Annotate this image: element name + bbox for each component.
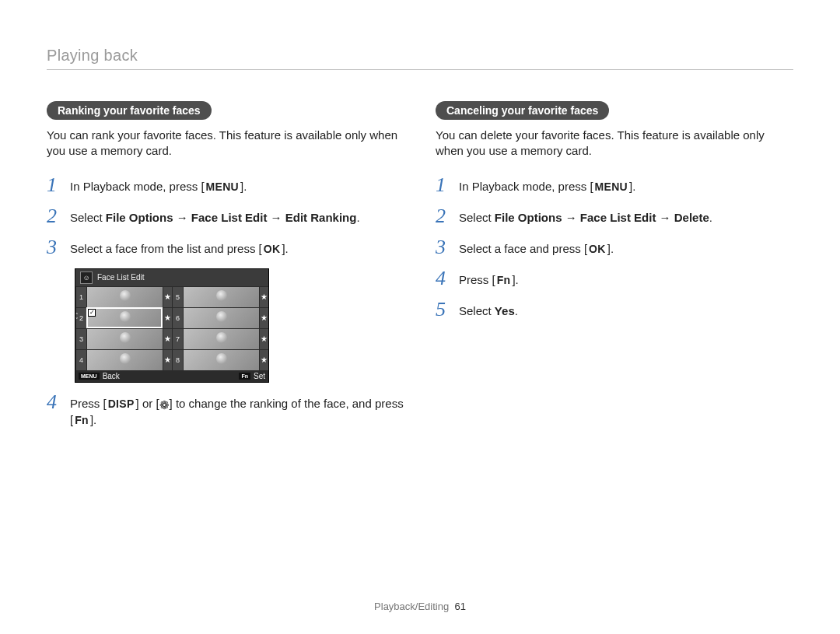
step-number: 3 bbox=[436, 237, 451, 257]
rank-number: 7 bbox=[172, 328, 183, 349]
star-icon: ★ bbox=[163, 286, 172, 307]
right-column: Canceling your favorite faces You can de… bbox=[436, 101, 793, 440]
back-label: Back bbox=[103, 372, 120, 380]
rank-number: 8 bbox=[172, 349, 183, 370]
ok-button-label: OK bbox=[587, 242, 607, 257]
text: . bbox=[709, 211, 712, 224]
star-icon: ★ bbox=[259, 328, 268, 349]
text: Select a face from the list and press [ bbox=[70, 242, 262, 255]
star-icon: ★ bbox=[259, 286, 268, 307]
rank-number: ˄˅2 bbox=[75, 307, 86, 328]
rank-number: 3 bbox=[75, 328, 86, 349]
face-thumbnail bbox=[86, 286, 163, 307]
page-footer: Playback/Editing 61 bbox=[0, 601, 840, 612]
text: ]. bbox=[607, 242, 614, 255]
step-1: 1 In Playback mode, press [MENU]. bbox=[47, 175, 404, 195]
text: Select a face and press [ bbox=[459, 242, 587, 255]
step-2: 2 Select File Options → Face List Edit →… bbox=[436, 206, 793, 226]
step-text: Select Yes. bbox=[459, 299, 518, 319]
footer-section: Playback/Editing bbox=[374, 601, 449, 612]
text: ]. bbox=[282, 242, 288, 255]
macro-flower-icon: ❁ bbox=[159, 399, 170, 411]
step-number: 1 bbox=[436, 175, 451, 195]
step-number: 5 bbox=[436, 299, 451, 320]
lcd-title-bar: ☺ Face List Edit bbox=[75, 269, 268, 286]
face-grid: 1 ★ 5 ★ ˄˅2 ✓ ★ 6 ★ 3 ★ 7 bbox=[75, 286, 268, 370]
step-4: 4 Press [Fn]. bbox=[436, 268, 793, 289]
step-text: Select a face and press [OK]. bbox=[459, 237, 614, 257]
step-2: 2 Select File Options → Face List Edit →… bbox=[47, 206, 404, 226]
text: ]. bbox=[512, 273, 518, 286]
fn-tag: Fn bbox=[239, 373, 250, 380]
step-number: 2 bbox=[47, 206, 62, 226]
step-3: 3 Select a face and press [OK]. bbox=[436, 237, 793, 257]
star-icon: ★ bbox=[163, 349, 172, 370]
ok-button-label: OK bbox=[262, 242, 282, 257]
step-text: Select a face from the list and press [O… bbox=[70, 237, 289, 257]
rank-number: 4 bbox=[75, 349, 86, 370]
text: In Playback mode, press [ bbox=[70, 180, 205, 193]
text: In Playback mode, press [ bbox=[459, 180, 593, 193]
step-text: Select File Options → Face List Edit → E… bbox=[70, 206, 360, 226]
text: Select bbox=[459, 304, 495, 317]
step-3: 3 Select a face from the list and press … bbox=[47, 237, 404, 257]
updown-arrows-icon: ˄˅ bbox=[75, 313, 79, 323]
face-thumbnail bbox=[86, 328, 163, 349]
intro-text: You can delete your favorite faces. This… bbox=[436, 128, 793, 159]
lcd-footer: MENU Back Fn Set bbox=[75, 370, 268, 382]
step-number: 4 bbox=[47, 392, 62, 412]
star-icon: ★ bbox=[163, 328, 172, 349]
text: Press [ bbox=[459, 273, 495, 286]
section-pill-canceling: Canceling your favorite faces bbox=[436, 101, 609, 120]
text: Press [ bbox=[70, 397, 107, 410]
menu-button-label: MENU bbox=[205, 180, 240, 195]
face-thumbnail bbox=[183, 286, 259, 307]
step-number: 4 bbox=[436, 268, 451, 289]
checkbox-icon: ✓ bbox=[88, 309, 96, 317]
text: . bbox=[515, 304, 518, 317]
disp-button-label: DISP bbox=[107, 397, 136, 412]
step-text: In Playback mode, press [MENU]. bbox=[459, 175, 635, 195]
camera-lcd-screenshot: ☺ Face List Edit 1 ★ 5 ★ ˄˅2 ✓ ★ 6 ★ bbox=[75, 268, 269, 383]
menu-item: Yes bbox=[495, 304, 515, 317]
step-number: 2 bbox=[436, 206, 451, 226]
face-thumbnail bbox=[183, 328, 259, 349]
text: 2 bbox=[79, 314, 83, 322]
face-thumbnail bbox=[183, 307, 259, 328]
lcd-title: Face List Edit bbox=[97, 273, 145, 282]
text: ]. bbox=[629, 180, 635, 193]
fn-button-label: Fn bbox=[73, 413, 90, 429]
step-text: Select File Options → Face List Edit → D… bbox=[459, 206, 712, 226]
fn-button-label: Fn bbox=[495, 273, 513, 289]
text: Select bbox=[70, 211, 106, 224]
page-number: 61 bbox=[454, 601, 465, 612]
menu-button-label: MENU bbox=[593, 180, 629, 195]
menu-path: File Options → Face List Edit → Edit Ran… bbox=[106, 211, 357, 224]
text: Select bbox=[459, 211, 495, 224]
step-number: 3 bbox=[47, 237, 62, 257]
step-5: 5 Select Yes. bbox=[436, 299, 793, 320]
step-1: 1 In Playback mode, press [MENU]. bbox=[436, 175, 793, 195]
text: ] or [ bbox=[136, 397, 159, 410]
star-icon: ★ bbox=[163, 307, 172, 328]
star-icon: ★ bbox=[259, 307, 268, 328]
intro-text: You can rank your favorite faces. This f… bbox=[47, 128, 404, 159]
step-number: 1 bbox=[47, 175, 62, 195]
text: ]. bbox=[240, 180, 247, 193]
step-text: Press [DISP] or [❁] to change the rankin… bbox=[70, 392, 404, 429]
page-title: Playing back bbox=[47, 47, 793, 70]
rank-number: 6 bbox=[172, 307, 183, 328]
set-label: Set bbox=[254, 372, 265, 380]
face-thumbnail bbox=[86, 349, 163, 370]
rank-number: 5 bbox=[172, 286, 183, 307]
section-pill-ranking: Ranking your favorite faces bbox=[47, 101, 212, 120]
rank-number: 1 bbox=[75, 286, 86, 307]
left-column: Ranking your favorite faces You can rank… bbox=[47, 101, 404, 440]
manual-page: Playing back Ranking your favorite faces… bbox=[0, 0, 840, 634]
face-thumbnail bbox=[183, 349, 259, 370]
step-text: Press [Fn]. bbox=[459, 268, 519, 289]
face-thumbnail-selected: ✓ bbox=[86, 307, 163, 328]
text: ]. bbox=[90, 413, 96, 426]
step-text: In Playback mode, press [MENU]. bbox=[70, 175, 247, 195]
menu-path: File Options → Face List Edit → Delete bbox=[495, 211, 709, 224]
